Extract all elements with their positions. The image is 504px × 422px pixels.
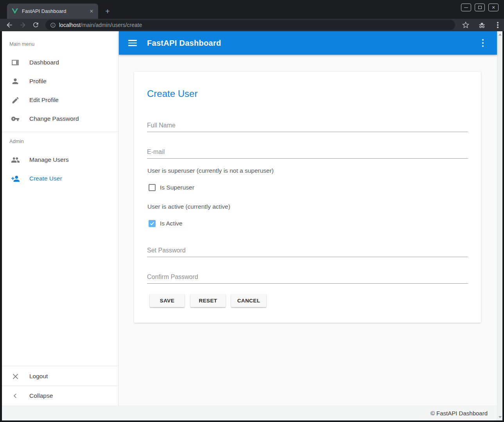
sidebar-item-label: Profile	[29, 78, 47, 85]
key-icon	[11, 114, 20, 123]
sidebar-item-logout[interactable]: Logout	[2, 367, 118, 386]
address-bar[interactable]: localhost/main/admin/users/create	[45, 20, 455, 30]
main-content: FastAPI Dashboard Create User User is su…	[119, 31, 497, 406]
forward-button[interactable]	[19, 21, 27, 29]
incognito-icon	[478, 21, 486, 29]
page-title: Create User	[147, 88, 197, 99]
checkbox-checked-icon[interactable]	[149, 220, 156, 227]
appbar-title: FastAPI Dashboard	[147, 39, 221, 48]
new-tab-button[interactable]: +	[102, 6, 113, 16]
close-icon	[11, 372, 20, 381]
pencil-icon	[11, 95, 20, 105]
close-window-icon: ✕	[491, 5, 495, 10]
window-close-button[interactable]: ✕	[488, 4, 499, 11]
is-active-checkbox[interactable]: Is Active	[149, 220, 183, 227]
page-scrollbar[interactable]	[497, 31, 502, 420]
active-note: User is active (currently active)	[147, 203, 230, 210]
sidebar-section-main-menu: Main menu	[9, 41, 34, 47]
sidebar-item-collapse[interactable]: Collapse	[2, 386, 118, 405]
sidebar-item-manage-users[interactable]: Manage Users	[2, 150, 118, 169]
reset-button[interactable]: RESET	[190, 294, 226, 307]
sidebar-item-label: Logout	[29, 373, 48, 380]
minimize-icon	[464, 7, 468, 8]
tab-close-icon[interactable]: ✕	[88, 8, 95, 15]
scrollbar-up-icon[interactable]	[499, 34, 502, 36]
maximize-icon	[478, 6, 482, 9]
sidebar-divider	[2, 386, 118, 386]
sidebar-item-label: Manage Users	[29, 156, 69, 163]
sidebar-item-label: Dashboard	[29, 59, 59, 66]
refresh-button[interactable]	[32, 21, 40, 29]
bookmark-star-icon[interactable]	[462, 21, 469, 29]
set-password-input[interactable]	[147, 246, 468, 257]
people-icon	[11, 155, 20, 165]
sidebar-item-label: Change Password	[29, 115, 79, 122]
full-name-input[interactable]	[147, 121, 468, 132]
sidebar-item-label: Edit Profile	[29, 97, 59, 104]
sidebar-item-profile[interactable]: Profile	[2, 72, 118, 91]
browser-menu-icon[interactable]	[495, 21, 501, 29]
window-controls: ✕	[461, 4, 499, 11]
sidebar-section-admin: Admin	[9, 138, 24, 144]
url-path: /main/admin/users/create	[81, 22, 142, 28]
sidebar-item-create-user[interactable]: Create User	[2, 169, 118, 188]
person-add-icon	[11, 174, 20, 183]
copyright-text: © FastAPI Dashboard	[430, 410, 488, 417]
sidebar-divider	[2, 366, 118, 366]
dashboard-icon	[11, 58, 20, 67]
info-icon[interactable]	[50, 22, 56, 28]
vue-favicon-icon	[12, 8, 18, 14]
window-minimize-button[interactable]	[461, 4, 471, 11]
appbar-overflow-menu-icon[interactable]	[480, 38, 486, 48]
menu-icon[interactable]	[128, 40, 137, 46]
superuser-note: User is superuser (currently is not a su…	[147, 167, 274, 174]
email-input[interactable]	[147, 148, 468, 159]
toolbar-right	[462, 21, 501, 29]
page-footer: © FastAPI Dashboard	[2, 406, 497, 420]
chevron-left-icon	[11, 391, 20, 401]
sidebar-item-change-password[interactable]: Change Password	[2, 109, 118, 128]
sidebar-item-edit-profile[interactable]: Edit Profile	[2, 91, 118, 109]
sidebar: Main menu Dashboard Profile Edit Profile…	[2, 31, 118, 406]
page-body: Create User User is superuser (currently…	[119, 55, 497, 406]
checkbox-label: Is Active	[160, 220, 183, 227]
save-button[interactable]: SAVE	[150, 294, 185, 307]
person-icon	[11, 77, 20, 86]
create-user-card: Create User User is superuser (currently…	[134, 72, 481, 323]
checkbox-label: Is Superuser	[160, 184, 194, 191]
sidebar-item-dashboard[interactable]: Dashboard	[2, 53, 118, 72]
back-button[interactable]	[5, 21, 13, 29]
url-host: localhost	[59, 22, 81, 28]
page-viewport: Main menu Dashboard Profile Edit Profile…	[2, 31, 502, 420]
tab-title: FastAPI Dashboard	[22, 8, 88, 14]
confirm-password-input[interactable]	[147, 273, 468, 284]
cancel-button[interactable]: CANCEL	[231, 294, 266, 307]
is-superuser-checkbox[interactable]: Is Superuser	[149, 184, 194, 191]
browser-toolbar: localhost/main/admin/users/create	[0, 19, 504, 31]
sidebar-divider	[2, 132, 118, 132]
appbar: FastAPI Dashboard	[119, 31, 497, 55]
checkbox-unchecked-icon[interactable]	[149, 184, 156, 191]
window-maximize-button[interactable]	[475, 4, 485, 11]
scrollbar-down-icon[interactable]	[499, 416, 502, 418]
sidebar-item-label: Create User	[29, 175, 62, 182]
browser-titlebar: FastAPI Dashboard ✕ + ✕	[0, 0, 504, 19]
browser-tab[interactable]: FastAPI Dashboard ✕	[7, 4, 98, 19]
sidebar-item-label: Collapse	[29, 392, 53, 399]
